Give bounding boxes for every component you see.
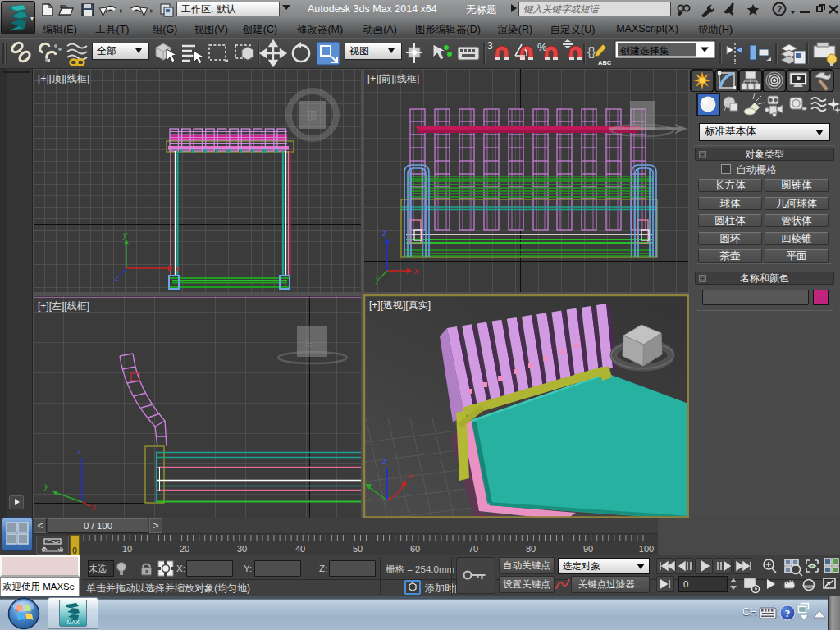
svg-text:70: 70 bbox=[468, 544, 478, 554]
svg-text:60: 60 bbox=[410, 544, 420, 554]
svg-text:{}: {} bbox=[587, 44, 596, 58]
svg-text:z: z bbox=[381, 457, 386, 466]
svg-text:x: x bbox=[413, 267, 419, 276]
svg-text:100: 100 bbox=[639, 544, 654, 554]
svg-text:y: y bbox=[375, 275, 381, 284]
svg-text:z: z bbox=[381, 229, 386, 238]
svg-text:[+][前][线框]: [+][前][线框] bbox=[368, 73, 419, 84]
svg-text:30: 30 bbox=[237, 544, 247, 554]
svg-text:左: 左 bbox=[303, 337, 313, 349]
svg-text:[+][顶][线框]: [+][顶][线框] bbox=[38, 73, 89, 84]
svg-text:80: 80 bbox=[526, 544, 536, 554]
svg-text:3: 3 bbox=[487, 40, 493, 52]
svg-text:前: 前 bbox=[635, 111, 645, 122]
svg-text:20: 20 bbox=[180, 544, 189, 554]
svg-text:x: x bbox=[175, 264, 180, 273]
svg-text:?: ? bbox=[777, 4, 783, 14]
svg-text:顶: 顶 bbox=[306, 109, 317, 121]
svg-text:x: x bbox=[408, 472, 413, 481]
svg-text:50: 50 bbox=[353, 544, 363, 554]
svg-text:90: 90 bbox=[583, 544, 593, 554]
svg-text:z: z bbox=[76, 447, 81, 456]
svg-text:MAX: MAX bbox=[66, 619, 80, 625]
svg-text:[+][透视][真实]: [+][透视][真实] bbox=[369, 299, 431, 311]
svg-text:40: 40 bbox=[295, 544, 305, 554]
svg-text:?: ? bbox=[785, 607, 791, 619]
svg-text:10: 10 bbox=[122, 544, 132, 554]
svg-text:z: z bbox=[114, 273, 119, 282]
svg-text:[+][左][线框]: [+][左][线框] bbox=[38, 300, 89, 312]
svg-text:y: y bbox=[122, 231, 128, 240]
svg-text:创建选择集: 创建选择集 bbox=[619, 45, 669, 57]
svg-text:y: y bbox=[43, 482, 49, 491]
svg-text:ABC: ABC bbox=[598, 59, 612, 66]
svg-text:%: % bbox=[537, 41, 547, 53]
svg-text:x: x bbox=[91, 503, 97, 512]
